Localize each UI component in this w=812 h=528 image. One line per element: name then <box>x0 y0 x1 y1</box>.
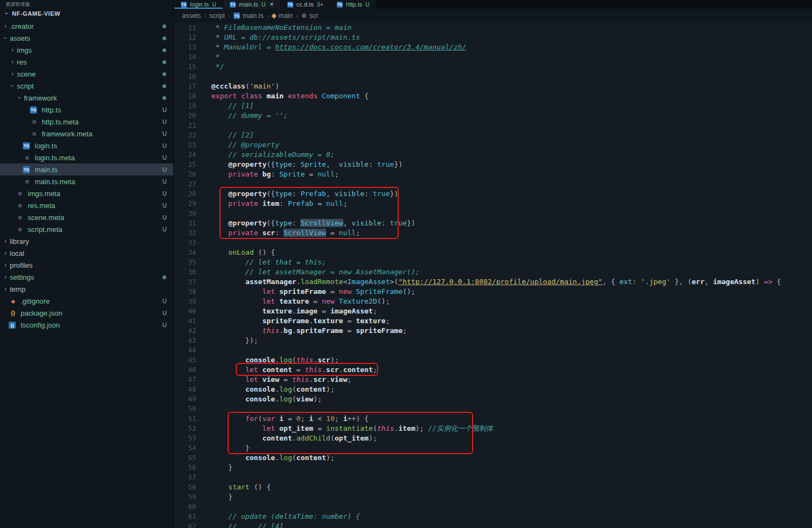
line-number[interactable]: 47 <box>174 375 196 385</box>
code-line[interactable]: 21 <box>174 121 812 130</box>
line-number[interactable]: 13 <box>174 42 196 52</box>
tree-item-main-ts[interactable]: TSmain.tsU <box>0 164 173 175</box>
code-line[interactable]: 27 <box>174 179 812 189</box>
line-number[interactable]: 35 <box>174 257 196 267</box>
line-number[interactable]: 38 <box>174 287 196 297</box>
code-line[interactable]: 56 } <box>174 463 812 473</box>
code-line[interactable]: 55 console.log(content); <box>174 453 812 463</box>
line-number[interactable]: 51 <box>174 414 196 424</box>
line-number[interactable]: 53 <box>174 433 196 443</box>
line-number[interactable]: 61 <box>174 512 196 521</box>
tree-item-temp[interactable]: ›temp <box>0 283 173 295</box>
code-line[interactable]: 25 @property({type: Sprite, visible: tru… <box>174 160 812 169</box>
tree-item-res-meta[interactable]: ≡res.metaU <box>0 199 173 211</box>
line-number[interactable]: 43 <box>174 336 196 345</box>
line-number[interactable]: 48 <box>174 385 196 394</box>
line-number[interactable]: 52 <box>174 424 196 433</box>
close-icon[interactable]: × <box>270 1 274 8</box>
tree-item-main-ts-meta[interactable]: ≡main.ts.metaU <box>0 175 173 187</box>
code-line[interactable]: 47 let view = this.scr.view; <box>174 375 812 385</box>
code-line[interactable]: 61 // update (deltaTime: number) { <box>174 512 812 521</box>
code-line[interactable]: 15 */ <box>174 62 812 72</box>
code-line[interactable]: 23 // @property <box>174 140 812 150</box>
code-line[interactable]: 16 <box>174 72 812 81</box>
line-number[interactable]: 39 <box>174 297 196 306</box>
code-line[interactable]: 42 this.bg.spriteFrame = spriteFrame; <box>174 326 812 336</box>
line-number[interactable]: 25 <box>174 160 196 169</box>
line-number[interactable]: 20 <box>174 111 196 121</box>
code-line[interactable]: 32 private scr: ScrollView = null; <box>174 228 812 238</box>
tree-item-scene[interactable]: ›scene <box>0 68 173 80</box>
code-line[interactable]: 62 // // [4] <box>174 521 812 528</box>
code-line[interactable]: 60 <box>174 502 812 512</box>
code-line[interactable]: 40 texture.image = imageAsset; <box>174 306 812 316</box>
tree-item-login-ts[interactable]: TSlogin.tsU <box>0 140 173 152</box>
code-line[interactable]: 26 private bg: Sprite = null; <box>174 169 812 179</box>
tab-http-ts[interactable]: TShttp.tsU <box>330 0 376 9</box>
tree-item-res[interactable]: ›res <box>0 56 173 68</box>
code-line[interactable]: 37 assetManager.loadRemote<ImageAsset>("… <box>174 277 812 287</box>
line-number[interactable]: 56 <box>174 463 196 473</box>
tree-item-tsconfig-json[interactable]: {}tsconfig.jsonU <box>0 319 173 331</box>
code-line[interactable]: 13 * ManualUrl = https://docs.cocos.com/… <box>174 42 812 52</box>
code-line[interactable]: 54 } <box>174 443 812 453</box>
line-number[interactable]: 40 <box>174 306 196 316</box>
tree-item-local[interactable]: ›local <box>0 247 173 259</box>
line-number[interactable]: 55 <box>174 453 196 463</box>
code-line[interactable]: 41 spriteFrame.texture = texture; <box>174 316 812 326</box>
tree-item-package-json[interactable]: {}package.jsonU <box>0 307 173 319</box>
line-number[interactable]: 18 <box>174 91 196 101</box>
code-line[interactable]: 53 content.addChild(opt_item); <box>174 433 812 443</box>
line-number[interactable]: 33 <box>174 238 196 248</box>
code-line[interactable]: 11 * FileBasenameNoExtension = main <box>174 23 812 33</box>
line-number[interactable]: 58 <box>174 482 196 492</box>
line-number[interactable]: 36 <box>174 267 196 277</box>
code-line[interactable]: 31 @property({type: ScrollView, visible:… <box>174 218 812 228</box>
line-number[interactable]: 16 <box>174 72 196 81</box>
line-number[interactable]: 41 <box>174 316 196 326</box>
code-editor[interactable]: 11 * FileBasenameNoExtension = main12 * … <box>174 23 812 528</box>
line-number[interactable]: 29 <box>174 199 196 209</box>
code-line[interactable]: 39 let texture = new Texture2D(); <box>174 297 812 306</box>
code-line[interactable]: 46 let content = this.scr.content; <box>174 365 812 375</box>
line-number[interactable]: 37 <box>174 277 196 287</box>
line-number[interactable]: 14 <box>174 52 196 62</box>
line-number[interactable]: 17 <box>174 81 196 91</box>
code-line[interactable]: 44 <box>174 345 812 355</box>
tab-login-ts[interactable]: TSlogin.tsU <box>174 0 223 9</box>
line-number[interactable]: 45 <box>174 355 196 365</box>
code-line[interactable]: 45 console.log(this.scr); <box>174 355 812 365</box>
line-number[interactable]: 23 <box>174 140 196 150</box>
tree-item-library[interactable]: ›library <box>0 235 173 247</box>
line-number[interactable]: 19 <box>174 101 196 111</box>
line-number[interactable]: 44 <box>174 345 196 355</box>
line-number[interactable]: 12 <box>174 33 196 42</box>
line-number[interactable]: 22 <box>174 130 196 140</box>
tree-item-profiles[interactable]: ›profiles <box>0 259 173 271</box>
line-number[interactable]: 42 <box>174 326 196 336</box>
code-line[interactable]: 36 // let assetManager = new AssetManage… <box>174 267 812 277</box>
code-line[interactable]: 59 } <box>174 492 812 502</box>
code-line[interactable]: 19 // [1] <box>174 101 812 111</box>
code-line[interactable]: 38 let spriteFrame = new SpriteFrame(); <box>174 287 812 297</box>
code-line[interactable]: 17@ccclass('main') <box>174 81 812 91</box>
line-number[interactable]: 46 <box>174 365 196 375</box>
line-number[interactable]: 57 <box>174 473 196 482</box>
line-number[interactable]: 54 <box>174 443 196 453</box>
line-number[interactable]: 62 <box>174 521 196 528</box>
code-line[interactable]: 34 onLoad () { <box>174 248 812 257</box>
code-line[interactable]: 49 console.log(view); <box>174 394 812 404</box>
code-line[interactable]: 24 // serializableDummy = 0; <box>174 150 812 160</box>
tree-item-imgs[interactable]: ›imgs <box>0 44 173 56</box>
tree-item-creator[interactable]: ›.creator <box>0 20 173 32</box>
line-number[interactable]: 49 <box>174 394 196 404</box>
line-number[interactable]: 15 <box>174 62 196 72</box>
line-number[interactable]: 28 <box>174 189 196 199</box>
tree-item-script-meta[interactable]: ≡script.metaU <box>0 223 173 235</box>
breadcrumb-item-main-ts[interactable]: TSmain.ts <box>234 12 264 20</box>
tab-main-ts[interactable]: TSmain.tsU× <box>223 0 281 9</box>
tree-item-assets[interactable]: ›assets <box>0 32 173 44</box>
code-line[interactable]: 52 let opt_item = instantiate(this.item)… <box>174 424 812 433</box>
code-line[interactable]: 28 @property({type: Prefab, visible: tru… <box>174 189 812 199</box>
code-line[interactable]: 14 * <box>174 52 812 62</box>
